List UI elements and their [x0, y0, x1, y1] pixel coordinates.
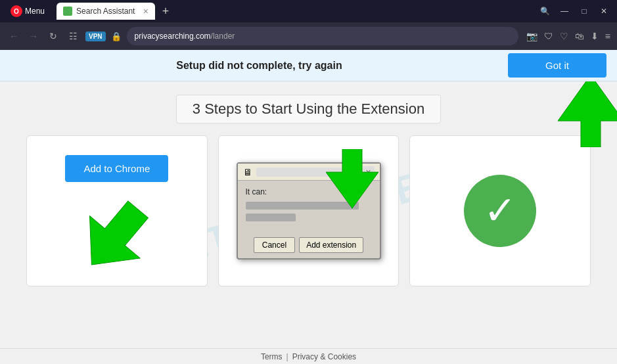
- tab-title: Search Assistant: [76, 7, 135, 16]
- svg-marker-2: [326, 149, 378, 208]
- notification-bar: Setup did not complete, try again Got it: [0, 50, 617, 81]
- active-tab[interactable]: Search Assistant ×: [57, 3, 155, 20]
- home-grid-button[interactable]: ☷: [66, 29, 80, 43]
- tab-close-btn[interactable]: ×: [143, 6, 149, 16]
- step-3-card: ✓: [409, 135, 591, 286]
- browser-frame: O Menu Search Assistant × + 🔍 — □ ✕ ← → …: [0, 0, 617, 364]
- steps-container: Add to Chrome 🖥: [26, 135, 591, 286]
- dialog-cancel-button[interactable]: Cancel: [254, 237, 295, 253]
- new-tab-button[interactable]: +: [158, 3, 173, 19]
- address-bar: ← → ↻ ☷ VPN 🔒 privacysearching.com/lande…: [0, 22, 617, 50]
- privacy-link[interactable]: Privacy & Cookies: [292, 352, 356, 361]
- svg-marker-0: [558, 81, 617, 147]
- step-1-card: Add to Chrome: [26, 135, 208, 286]
- footer: Terms | Privacy & Cookies: [0, 348, 617, 364]
- step2-arrow: [326, 149, 378, 211]
- add-to-chrome-button[interactable]: Add to Chrome: [65, 155, 168, 182]
- url-domain: privacysearching.com: [135, 32, 211, 41]
- download-icon[interactable]: ⬇: [591, 31, 599, 41]
- back-button[interactable]: ←: [7, 29, 21, 43]
- shield-icon[interactable]: 🛡: [544, 31, 553, 41]
- url-bar[interactable]: privacysearching.com/lander: [127, 27, 518, 45]
- opera-logo: O: [11, 5, 22, 17]
- url-path: /lander: [211, 32, 235, 41]
- dialog-app-icon: 🖥: [243, 167, 252, 177]
- step-2-card: 🖥 × It can: Cancel Add extension: [218, 135, 400, 286]
- got-it-button[interactable]: Got it: [508, 53, 606, 78]
- maximize-button[interactable]: □: [576, 3, 592, 19]
- notification-text: Setup did not complete, try again: [11, 60, 508, 72]
- title-bar: O Menu Search Assistant × + 🔍 — □ ✕: [0, 0, 617, 22]
- toolbar-icons: 📷 🛡 ♡ 🛍 ⬇ ≡: [526, 31, 610, 41]
- bag-icon[interactable]: 🛍: [575, 31, 584, 41]
- dialog-line-2: [246, 214, 296, 221]
- steps-header: 3 Steps to Start Using the Extension: [176, 95, 441, 124]
- heart-icon[interactable]: ♡: [560, 31, 568, 41]
- url-text: privacysearching.com/lander: [135, 32, 235, 41]
- svg-marker-1: [78, 195, 156, 267]
- check-circle: ✓: [464, 175, 536, 247]
- minimize-button[interactable]: —: [557, 3, 572, 19]
- step1-arrow: [78, 195, 156, 267]
- dialog-add-button[interactable]: Add extension: [299, 237, 363, 253]
- forward-button[interactable]: →: [26, 29, 41, 43]
- top-right-arrow: [558, 81, 617, 150]
- refresh-button[interactable]: ↻: [46, 29, 60, 43]
- camera-icon[interactable]: 📷: [526, 31, 537, 41]
- dialog-buttons: Cancel Add extension: [238, 232, 380, 258]
- tab-favicon: [63, 7, 72, 16]
- terms-link[interactable]: Terms: [261, 352, 283, 361]
- opera-menu[interactable]: O Menu: [5, 4, 50, 18]
- checkmark-icon: ✓: [484, 191, 516, 231]
- close-button[interactable]: ✕: [596, 3, 612, 19]
- tab-bar: Search Assistant × +: [57, 3, 533, 20]
- menu-label: Menu: [25, 7, 45, 16]
- main-content: MYANTISPYWARE.COM 3 Steps to Start Using…: [0, 81, 617, 348]
- lock-icon: 🔒: [111, 32, 122, 41]
- window-controls: 🔍 — □ ✕: [537, 3, 612, 19]
- menu-dots-icon[interactable]: ≡: [605, 31, 610, 41]
- vpn-badge[interactable]: VPN: [85, 32, 106, 41]
- search-icon[interactable]: 🔍: [537, 3, 553, 19]
- footer-separator: |: [286, 352, 288, 361]
